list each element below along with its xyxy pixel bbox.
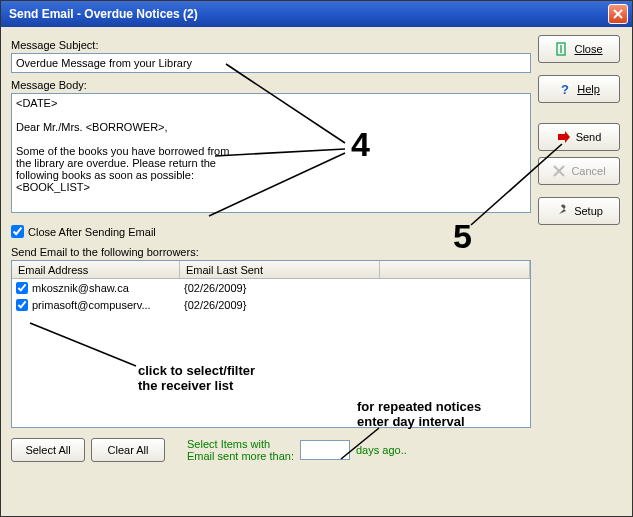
subject-label: Message Subject: <box>11 39 531 51</box>
col-email-header[interactable]: Email Address <box>12 261 180 278</box>
left-column: Message Subject: Message Body: Close Aft… <box>11 35 531 462</box>
close-button-label: Close <box>574 43 602 55</box>
col-spacer-header <box>380 261 530 278</box>
help-button-label: Help <box>577 83 600 95</box>
titlebar: Send Email - Overdue Notices (2) <box>1 1 632 27</box>
clear-all-button[interactable]: Clear All <box>91 438 165 462</box>
close-button[interactable]: Close <box>538 35 620 63</box>
table-header: Email Address Email Last Sent <box>12 261 530 279</box>
days-input[interactable] <box>300 440 350 460</box>
svg-text:?: ? <box>561 82 569 96</box>
row-checkbox[interactable] <box>16 299 28 311</box>
help-icon: ? <box>558 82 572 96</box>
send-to-label: Send Email to the following borrowers: <box>11 246 531 258</box>
body-label: Message Body: <box>11 79 531 91</box>
filter-text: Select Items with Email sent more than: <box>187 438 294 462</box>
subject-input[interactable] <box>11 53 531 73</box>
arrow-right-icon <box>557 130 571 144</box>
cancel-button: Cancel <box>538 157 620 185</box>
svg-marker-5 <box>558 131 570 143</box>
select-all-button[interactable]: Select All <box>11 438 85 462</box>
row-lastsent: {02/26/2009} <box>180 282 380 294</box>
close-icon <box>613 9 623 19</box>
close-after-checkbox[interactable] <box>11 225 24 238</box>
wrench-icon <box>555 204 569 218</box>
send-button-label: Send <box>576 131 602 143</box>
row-lastsent: {02/26/2009} <box>180 299 380 311</box>
window-close-button[interactable] <box>608 4 628 24</box>
close-after-label: Close After Sending Email <box>28 226 156 238</box>
days-suffix: days ago.. <box>356 444 407 456</box>
door-icon <box>555 42 569 56</box>
send-button[interactable]: Send <box>538 123 620 151</box>
filter-text-line2: Email sent more than: <box>187 450 294 462</box>
window-title: Send Email - Overdue Notices (2) <box>9 7 198 21</box>
help-button[interactable]: ? Help <box>538 75 620 103</box>
filter-text-line1: Select Items with <box>187 438 270 450</box>
cancel-button-label: Cancel <box>571 165 605 177</box>
bottom-button-row: Select All Clear All Select Items with E… <box>11 438 531 462</box>
col-lastsent-header[interactable]: Email Last Sent <box>180 261 380 278</box>
right-button-column: Close ? Help Send Cancel <box>538 35 620 225</box>
close-after-row[interactable]: Close After Sending Email <box>11 225 531 238</box>
body-textarea[interactable] <box>11 93 531 213</box>
table-row[interactable]: primasoft@compuserv... {02/26/2009} <box>12 296 530 313</box>
setup-button-label: Setup <box>574 205 603 217</box>
row-checkbox[interactable] <box>16 282 28 294</box>
client-area: Message Subject: Message Body: Close Aft… <box>1 27 632 516</box>
row-email: mkosznik@shaw.ca <box>32 282 129 294</box>
table-row[interactable]: mkosznik@shaw.ca {02/26/2009} <box>12 279 530 296</box>
row-email: primasoft@compuserv... <box>32 299 151 311</box>
cancel-icon <box>552 164 566 178</box>
setup-button[interactable]: Setup <box>538 197 620 225</box>
borrower-table: Email Address Email Last Sent mkosznik@s… <box>11 260 531 428</box>
